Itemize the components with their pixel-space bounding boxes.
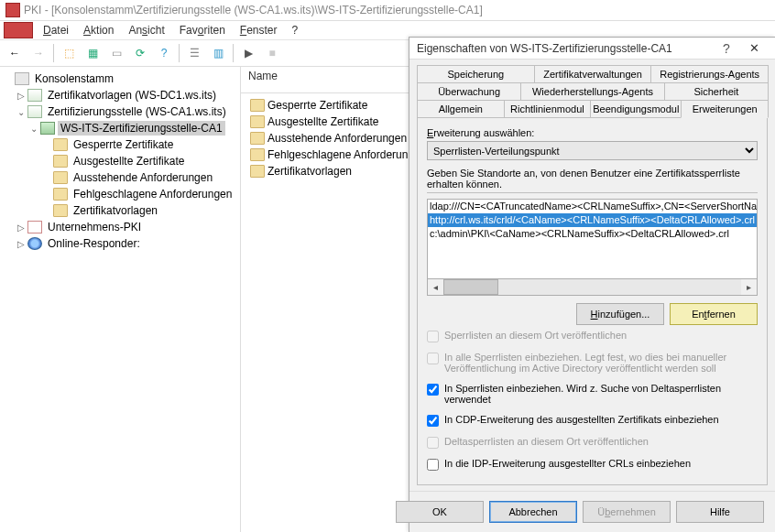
- up-button[interactable]: ⬚: [58, 42, 80, 64]
- tab-content: Erweiterung auswählen: Sperrlisten-Verte…: [417, 117, 768, 485]
- tab-registrierungs-agents[interactable]: Registrierungs-Agents: [650, 65, 769, 82]
- ok-button[interactable]: OK: [396, 501, 484, 523]
- tree-n2[interactable]: Ausgestellte Zertifikate: [2, 153, 238, 169]
- window-titlebar: PKI - [Konsolenstamm\Zertifizierungsstel…: [0, 0, 775, 21]
- tree-ca[interactable]: ⌄Zertifizierungsstelle (WS-CA1.ws.its): [2, 103, 238, 120]
- dialog-footer: OK Abbrechen Übernehmen Hilfe: [409, 491, 775, 532]
- dialog-close-button[interactable]: ✕: [740, 41, 768, 55]
- play-button[interactable]: ▶: [237, 42, 259, 64]
- chk-include-all-crl: In alle Sperrlisten einbeziehen. Legt fe…: [427, 352, 758, 374]
- tree-root[interactable]: Konsolenstamm: [2, 71, 238, 87]
- cancel-button[interactable]: Abbrechen: [489, 501, 577, 523]
- dialog-title: Eigenschaften von WS-ITS-Zertifizierungs…: [417, 42, 713, 55]
- tab-erweiterungen[interactable]: Erweiterungen: [681, 100, 769, 118]
- location-row[interactable]: c:\admin\PKI\<CaName><CRLNameSuffix><Del…: [428, 227, 757, 241]
- chk-include-crl[interactable]: In Sperrlisten einbeziehen. Wird z. Such…: [427, 383, 758, 405]
- extension-select[interactable]: Sperrlisten-Verteilungspunkt: [427, 141, 758, 160]
- menu-favoriten[interactable]: Favoriten: [172, 22, 233, 38]
- properties-button[interactable]: ☰: [183, 42, 205, 64]
- tab-sicherheit[interactable]: Sicherheit: [664, 82, 769, 100]
- chk-delta-crl: Deltasperrlisten an diesem Ort veröffent…: [427, 436, 758, 449]
- tab-allgemein[interactable]: Allgemein: [417, 100, 505, 117]
- menu-ansicht[interactable]: Ansicht: [121, 22, 171, 38]
- dialog-tabs: Speicherung Zertifikatverwaltungen Regis…: [409, 60, 775, 117]
- tree-n1[interactable]: Gesperrte Zertifikate: [2, 136, 238, 153]
- dialog-titlebar: Eigenschaften von WS-ITS-Zertifizierungs…: [409, 38, 775, 60]
- refresh-button[interactable]: ⟳: [129, 42, 151, 64]
- remove-button[interactable]: Entfernen: [670, 303, 758, 325]
- tab-beendigungsmodul[interactable]: Beendigungsmodul: [590, 100, 682, 117]
- export-button[interactable]: ▭: [105, 42, 127, 64]
- menu-icon: [4, 22, 33, 38]
- stop-button: ■: [261, 42, 283, 64]
- chk-publish-crl: Sperrlisten an diesem Ort veröffentliche…: [427, 330, 758, 342]
- locations-info: Geben Sie Standorte an, von denen Benutz…: [427, 168, 758, 190]
- scroll-right-icon[interactable]: ▸: [741, 282, 757, 292]
- menu-help[interactable]: ?: [285, 22, 306, 38]
- properties-dialog: Eigenschaften von WS-ITS-Zertifizierungs…: [409, 37, 775, 532]
- tab-ueberwachung[interactable]: Überwachung: [417, 82, 521, 100]
- apply-button: Übernehmen: [583, 501, 671, 523]
- app-icon: [5, 3, 20, 17]
- chk-cdp-extension[interactable]: In CDP-Erweiterung des ausgestellten Zer…: [427, 414, 758, 427]
- tree-n5[interactable]: Zertifikatvorlagen: [2, 202, 238, 219]
- chk-idp-extension[interactable]: In die IDP-Erweiterung ausgestellter CRL…: [427, 458, 758, 471]
- tree-n4[interactable]: Fehlgeschlagene Anforderungen: [2, 186, 238, 202]
- tree-cert-templates[interactable]: ▷Zertifikatvorlagen (WS-DC1.ws.its): [2, 87, 238, 103]
- show-hide-button[interactable]: ▦: [82, 42, 104, 64]
- forward-button: →: [27, 42, 49, 64]
- menu-fenster[interactable]: Fenster: [233, 22, 285, 38]
- back-button[interactable]: ←: [4, 42, 26, 64]
- scroll-thumb[interactable]: [443, 279, 498, 295]
- tree-pane[interactable]: Konsolenstamm ▷Zertifikatvorlagen (WS-DC…: [0, 67, 241, 532]
- location-row-selected[interactable]: http://crl.ws.its/crld/<CaName><CRLNameS…: [428, 213, 757, 227]
- tree-responder[interactable]: ▷Online-Responder:: [2, 235, 238, 252]
- tab-richtlinienmodul[interactable]: Richtlinienmodul: [504, 100, 592, 117]
- scroll-left-icon[interactable]: ◂: [428, 282, 443, 292]
- extension-select-label: Erweiterung auswählen:: [427, 127, 758, 138]
- window-title: PKI - [Konsolenstamm\Zertifizierungsstel…: [24, 4, 483, 16]
- help2-button[interactable]: ?: [153, 42, 175, 64]
- tab-speicherung[interactable]: Speicherung: [417, 65, 535, 82]
- locations-hscrollbar[interactable]: ◂ ▸: [427, 279, 758, 296]
- tree-n3[interactable]: Ausstehende Anforderungen: [2, 169, 238, 186]
- tab-wiederherstellungs-agents[interactable]: Wiederherstellungs-Agents: [520, 82, 665, 100]
- add-button[interactable]: Hinzufügen...: [576, 303, 664, 325]
- tab-zertverwaltungen[interactable]: Zertifikatverwaltungen: [534, 65, 652, 82]
- tree-ca-name[interactable]: ⌄WS-ITS-Zertifizierungsstelle-CA1: [2, 120, 238, 136]
- view2-button[interactable]: ▥: [207, 42, 229, 64]
- menu-datei[interactable]: Datei: [36, 22, 76, 38]
- dialog-help-button[interactable]: ?: [713, 41, 740, 56]
- menu-aktion[interactable]: Aktion: [76, 22, 121, 38]
- location-row[interactable]: ldap:///CN=<CATruncatedName><CRLNameSuff…: [428, 200, 757, 213]
- tree-upki[interactable]: ▷Unternehmens-PKI: [2, 219, 238, 235]
- help-button[interactable]: Hilfe: [676, 501, 764, 523]
- locations-listbox[interactable]: ldap:///CN=<CATruncatedName><CRLNameSuff…: [427, 199, 758, 279]
